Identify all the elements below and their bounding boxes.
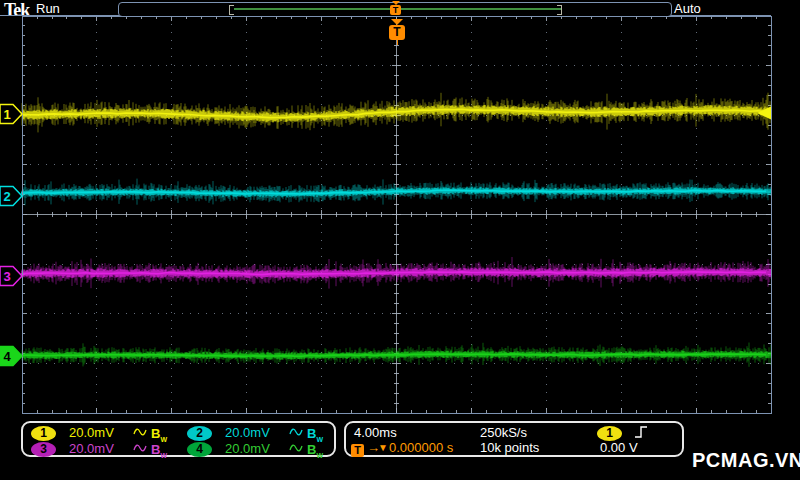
trigger-t-icon: T [389,25,405,40]
oscilloscope-screen: Tek Run T Auto 1234 T 1 20.0mV BW 2 20.0… [0,0,800,480]
ch1-scale[interactable]: 20.0mV [69,425,114,440]
ch3-badge[interactable]: 3 [31,442,56,457]
trigger-position-readout[interactable]: 0.000000 s [389,440,453,455]
trigger-level-readout[interactable]: 0.00 V [600,440,638,455]
ch3-bandwidth-label: BW [151,442,167,459]
ch3-scale[interactable]: 20.0mV [69,441,114,456]
ch2-coupling-icon [289,426,305,441]
ch4-badge[interactable]: 4 [187,442,212,457]
record-length: 10k points [480,440,539,455]
ch3-coupling-icon [133,442,149,457]
watermark: PCMAG.VN [692,449,800,472]
ch2-scale[interactable]: 20.0mV [225,425,270,440]
ch2-badge[interactable]: 2 [187,426,212,441]
trigger-t-icon: T [351,444,364,457]
trigger-marker-stem [397,40,398,45]
ch4-scale[interactable]: 20.0mV [225,441,270,456]
ch4-bandwidth-label: BW [307,442,323,459]
ch3-marker-label: 3 [3,269,10,284]
ch1-coupling-icon [133,426,149,441]
trigger-position-marker[interactable]: T [389,19,405,45]
trigger-source-badge[interactable]: 1 [597,426,622,441]
ch1-marker-label: 1 [3,107,10,122]
ch1-bandwidth-label: BW [151,426,167,443]
horizontal-scale[interactable]: 4.00ms [354,425,397,440]
waveform-display: 1234 [0,0,800,480]
channel-readout-box: 1 20.0mV BW 2 20.0mV BW 3 20.0mV BW 4 20… [21,421,336,457]
sample-rate: 250kS/s [480,425,527,440]
trigger-marker-icon: ▼ [378,440,388,453]
ch4-coupling-icon [289,442,305,457]
ch2-marker-label: 2 [3,189,10,204]
ch4-marker-label: 4 [3,349,11,364]
ch1-badge[interactable]: 1 [31,426,56,441]
horizontal-trigger-readout-box: 4.00ms 250kS/s 1 T → ▼ 0.000000 s 10k po… [344,421,684,457]
ch2-bandwidth-label: BW [307,426,323,443]
